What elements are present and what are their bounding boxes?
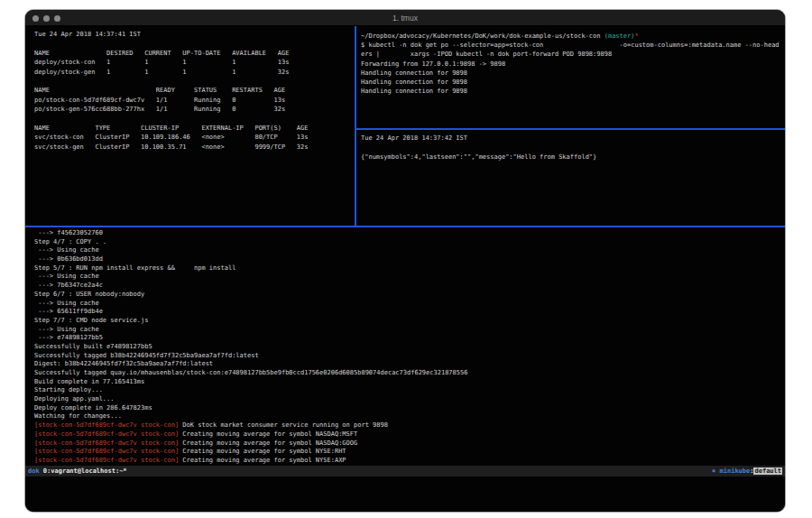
terminal-line: ~/Dropbox/advocacy/Kubernetes/DoK/work/d… — [361, 32, 783, 41]
terminal-line — [361, 143, 783, 152]
terminal-line: ers | xargs -IPOD kubectl -n dok port-fo… — [361, 50, 783, 59]
terminal-line: Handling connection for 9898 — [361, 87, 783, 96]
terminal-line: po/stock-gen-576cc688bb-277hx 1/1 Runnin… — [34, 105, 355, 114]
terminal-line: Successfully built e74898127bb5 — [34, 343, 785, 352]
terminal-line: Step 7/7 : CMD node service.js — [34, 317, 785, 326]
terminal-line: Forwarding from 127.0.0.1:9898 -> 9898 — [361, 60, 783, 69]
terminal-line: NAME READY STATUS RESTARTS AGE — [34, 86, 355, 95]
terminal-line: Tue 24 Apr 2018 14:37:41 IST — [34, 30, 355, 39]
pane-port-forward[interactable]: ~/Dropbox/advocacy/Kubernetes/DoK/work/d… — [358, 26, 783, 127]
terminal-line: ---> Using cache — [34, 326, 785, 335]
terminal-line: svc/stock-con ClusterIP 10.109.186.46 <n… — [34, 133, 355, 142]
pane-kubectl-watch[interactable]: Tue 24 Apr 2018 14:37:41 ISTNAME DESIRED… — [27, 26, 355, 226]
title-bar: 1. tmux — [25, 10, 785, 26]
pane-divider-vertical[interactable] — [355, 26, 356, 226]
terminal-line: deploy/stock-con 1 1 1 1 13s — [34, 58, 355, 67]
terminal-line: Deploying app.yaml... — [34, 395, 785, 404]
tmux-session: Tue 24 Apr 2018 14:37:41 ISTNAME DESIRED… — [25, 26, 785, 512]
terminal-line: ---> 7b6347ce2a4c — [34, 282, 785, 291]
tmux-status-bar: dok 0:vagrant@localhost:~* ⎈ minikube:de… — [25, 466, 785, 476]
terminal-line: ---> Using cache — [34, 273, 785, 282]
terminal-line: deploy/stock-gen 1 1 1 1 32s — [34, 68, 355, 77]
terminal-line: svc/stock-gen ClusterIP 10.100.35.71 <no… — [34, 143, 355, 152]
terminal-line: Build complete in 77.165413ms — [34, 378, 785, 387]
terminal-line: ---> Using cache — [34, 300, 785, 309]
terminal-line: ---> 0b636bd013dd — [34, 255, 785, 264]
terminal-line: [stock-con-5d7df689cf-dwc7v stock-con] C… — [34, 448, 785, 457]
terminal-line — [34, 39, 355, 48]
kube-context-label: minikube — [715, 467, 750, 475]
terminal-line — [34, 115, 355, 124]
window-title: 1. tmux — [25, 14, 785, 23]
terminal-line: [stock-con-5d7df689cf-dwc7v stock-con] C… — [34, 439, 785, 449]
terminal-line: Starting deploy... — [34, 386, 785, 395]
terminal-line: Deploy complete in 286.647823ms — [34, 404, 785, 413]
terminal-line: {"numsymbols":4,"lastseen":"","message":… — [361, 153, 783, 162]
terminal-line: NAME DESIRED CURRENT UP-TO-DATE AVAILABL… — [34, 49, 355, 58]
terminal-line: ---> 65611ff9db4e — [34, 308, 785, 317]
pane-service-response[interactable]: Tue 24 Apr 2018 14:37:42 IST{"numsymbols… — [358, 130, 783, 226]
terminal-line — [34, 77, 355, 86]
terminal-line: Handling connection for 9898 — [361, 69, 783, 78]
terminal-window: 1. tmux Tue 24 Apr 2018 14:37:41 ISTNAME… — [25, 10, 785, 512]
terminal-line: $ kubectl -n dok get po --selector=app=s… — [361, 41, 783, 50]
terminal-line: po/stock-con-5d7df689cf-dwc7v 1/1 Runnin… — [34, 96, 355, 105]
terminal-line: [stock-con-5d7df689cf-dwc7v stock-con] C… — [34, 457, 785, 466]
pane-skaffold-build[interactable]: ---> f45623052760Step 4/7 : COPY . . ---… — [27, 227, 785, 466]
window-list-item[interactable]: 0:vagrant@localhost:~* — [40, 467, 127, 475]
session-name-badge: dok — [28, 467, 40, 475]
terminal-line: Step 5/7 : RUN npm install express && np… — [34, 264, 785, 273]
terminal-line: ---> Using cache — [34, 246, 785, 255]
terminal-line: ---> f45623052760 — [34, 229, 785, 238]
terminal-line: Step 4/7 : COPY . . — [34, 238, 785, 247]
terminal-line: NAME TYPE CLUSTER-IP EXTERNAL-IP PORT(S)… — [34, 124, 355, 133]
terminal-line: ---> e74898127bb5 — [34, 334, 785, 343]
terminal-line: Handling connection for 9898 — [361, 78, 783, 87]
terminal-line: Tue 24 Apr 2018 14:37:42 IST — [361, 134, 783, 143]
terminal-line: Digest: b38b42246945fd7f32c5ba9aea7af7fd… — [34, 360, 785, 369]
terminal-line: [stock-con-5d7df689cf-dwc7v stock-con] C… — [34, 430, 785, 439]
terminal-line: [stock-con-5d7df689cf-dwc7v stock-con] D… — [34, 421, 785, 430]
terminal-line: Successfully tagged b38b42246945fd7f32c5… — [34, 352, 785, 361]
terminal-line: Watching for changes... — [34, 412, 785, 421]
terminal-line: Successfully tagged quay.io/mhausenblas/… — [34, 369, 785, 378]
terminal-line: Step 6/7 : USER nobody:nobody — [34, 291, 785, 300]
kube-namespace-badge: default — [753, 467, 782, 475]
